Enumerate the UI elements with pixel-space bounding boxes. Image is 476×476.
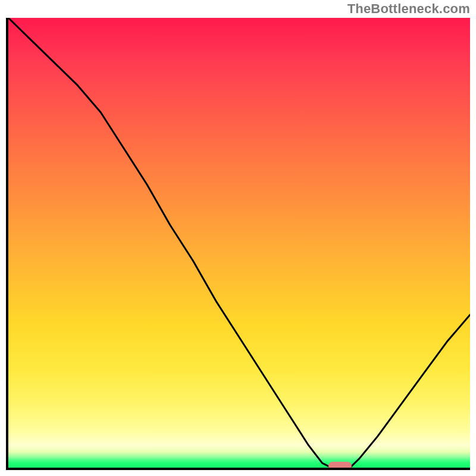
plot-area xyxy=(6,18,470,470)
watermark-text: TheBottleneck.com xyxy=(347,1,470,17)
curve-path xyxy=(8,18,470,468)
optimal-range-marker xyxy=(328,462,352,470)
bottleneck-curve xyxy=(8,18,470,468)
